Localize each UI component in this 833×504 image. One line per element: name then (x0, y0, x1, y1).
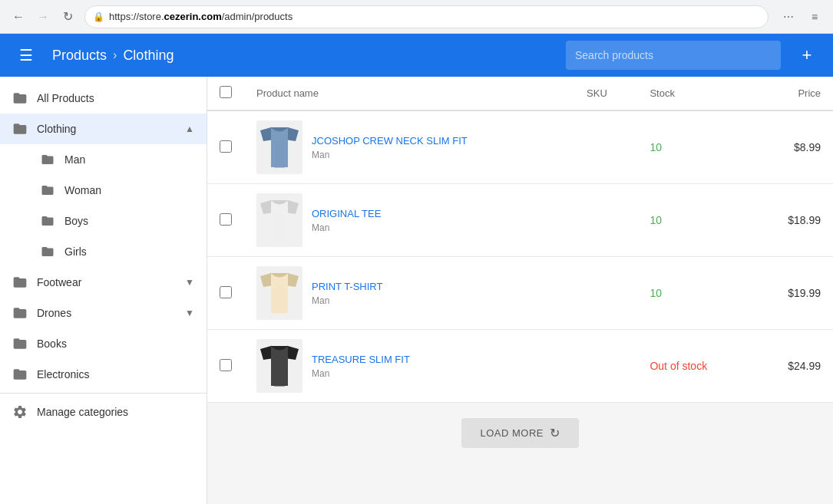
product-name-link[interactable]: TREASURE SLIM FIT (312, 354, 410, 365)
lock-icon: 🔒 (93, 12, 104, 22)
folder-icon (12, 91, 28, 106)
row-checkbox-3[interactable] (220, 359, 232, 371)
stock-cell: 10 (637, 257, 752, 330)
price-cell: $19.99 (752, 257, 833, 330)
electronics-label: Electronics (37, 368, 194, 380)
sidebar-item-manage-categories[interactable]: Manage categories (0, 397, 207, 427)
hamburger-button[interactable]: ☰ (12, 41, 40, 69)
add-product-button[interactable]: + (793, 41, 821, 69)
stock-col: Stock (637, 77, 752, 110)
main-layout: All Products Clothing ▲ Man Woman (0, 77, 833, 504)
product-category: Man (312, 150, 468, 160)
row-checkbox-1[interactable] (220, 213, 232, 226)
stock-cell: 10 (637, 110, 752, 184)
breadcrumb-clothing[interactable]: Clothing (123, 48, 174, 64)
content-area: Product name SKU Stock Price (207, 77, 833, 504)
address-bar: 🔒 https://store.cezerin.com/admin/produc… (84, 5, 769, 28)
product-category: Man (312, 368, 410, 379)
drones-label: Drones (37, 307, 176, 319)
sidebar-divider (0, 393, 207, 394)
sidebar-item-drones[interactable]: Drones ▼ (0, 298, 207, 328)
product-info: Print T-shirt Man (256, 266, 562, 320)
product-details: JCOSHOP CREW NECK SLIM FIT Man (312, 135, 468, 160)
more-button[interactable]: ⋯ (778, 6, 799, 28)
product-name-cell: Print T-shirt Man (244, 257, 574, 330)
sidebar-item-clothing[interactable]: Clothing ▲ (0, 114, 207, 144)
folder-icon-man (40, 152, 55, 167)
chevron-up-icon: ▲ (185, 124, 194, 134)
search-input[interactable] (566, 41, 781, 70)
sidebar-item-woman[interactable]: Woman (0, 175, 207, 206)
load-more-label: LOAD MORE (480, 427, 544, 439)
all-products-label: All Products (37, 92, 194, 104)
footwear-label: Footwear (37, 276, 176, 288)
table-row: TREASURE SLIM FIT Man Out of stock $24.9… (207, 330, 833, 403)
product-info: JCOSHOP CREW NECK SLIM FIT Man (256, 120, 562, 174)
sidebar-item-footwear[interactable]: Footwear ▼ (0, 267, 207, 298)
forward-button[interactable]: → (32, 6, 54, 28)
product-name-link[interactable]: JCOSHOP CREW NECK SLIM FIT (312, 135, 468, 147)
table-row: ORIGINAL TEE Man 10 $18.99 (207, 184, 833, 257)
folder-icon-woman (40, 183, 55, 198)
price-cell: $8.99 (752, 110, 833, 184)
select-all-col (207, 77, 244, 110)
product-info: TREASURE SLIM FIT Man (256, 339, 562, 393)
product-details: Print T-shirt Man (312, 281, 382, 306)
breadcrumb: Products › Clothing (52, 48, 174, 64)
sku-cell (574, 330, 637, 403)
table-header: Product name SKU Stock Price (207, 77, 833, 110)
gear-icon (12, 404, 28, 420)
price-cell: $18.99 (752, 184, 833, 257)
sidebar-item-man[interactable]: Man (0, 144, 207, 175)
row-checkbox-cell (207, 330, 244, 403)
browser-chrome: ← → ↻ 🔒 https://store.cezerin.com/admin/… (0, 0, 833, 34)
row-checkbox-0[interactable] (220, 140, 232, 153)
price-value: $8.99 (794, 141, 821, 153)
menu-button[interactable]: ≡ (804, 6, 825, 28)
sidebar-item-boys[interactable]: Boys (0, 206, 207, 236)
product-name-col: Product name (244, 77, 574, 110)
sidebar-item-all-products[interactable]: All Products (0, 83, 207, 114)
chevron-down-icon-footwear: ▼ (185, 277, 194, 288)
product-name-cell: JCOSHOP CREW NECK SLIM FIT Man (244, 110, 574, 184)
svg-rect-4 (274, 141, 285, 168)
man-label: Man (64, 153, 194, 166)
sku-cell (574, 110, 637, 184)
product-thumbnail (256, 266, 302, 320)
product-name-link[interactable]: Print T-shirt (312, 281, 382, 292)
stock-cell: 10 (637, 184, 752, 257)
product-info: ORIGINAL TEE Man (256, 193, 562, 247)
breadcrumb-products[interactable]: Products (52, 48, 107, 64)
browser-menu: ⋯ ≡ (778, 6, 825, 28)
price-value: $18.99 (788, 214, 821, 226)
product-name-link[interactable]: ORIGINAL TEE (312, 208, 381, 219)
price-value: $24.99 (788, 360, 821, 372)
books-label: Books (37, 338, 194, 350)
sidebar-item-electronics[interactable]: Electronics (0, 359, 207, 390)
row-checkbox-cell (207, 257, 244, 330)
product-details: TREASURE SLIM FIT Man (312, 354, 410, 379)
stock-value: 10 (650, 214, 662, 226)
woman-label: Woman (64, 184, 194, 196)
product-category: Man (312, 295, 382, 306)
stock-value: 10 (650, 287, 662, 299)
load-more-button[interactable]: LOAD MORE ↻ (461, 418, 578, 448)
address-text: https://store.cezerin.com/admin/products (109, 11, 293, 22)
folder-icon-books (12, 336, 28, 351)
load-more-cell: LOAD MORE ↻ (207, 403, 833, 464)
load-more-row: LOAD MORE ↻ (207, 403, 833, 464)
folder-icon-clothing (12, 121, 28, 137)
boys-label: Boys (64, 215, 194, 227)
table-row: Print T-shirt Man 10 $19.99 (207, 257, 833, 330)
sidebar: All Products Clothing ▲ Man Woman (0, 77, 207, 504)
sku-cell (574, 184, 637, 257)
row-checkbox-2[interactable] (220, 286, 232, 298)
svg-rect-19 (274, 360, 285, 387)
sidebar-item-girls[interactable]: Girls (0, 236, 207, 267)
folder-icon-girls (40, 244, 55, 259)
refresh-button[interactable]: ↻ (57, 6, 78, 28)
select-all-checkbox[interactable] (220, 86, 232, 98)
sidebar-item-books[interactable]: Books (0, 328, 207, 359)
back-button[interactable]: ← (8, 6, 29, 28)
price-value: $19.99 (788, 287, 821, 299)
